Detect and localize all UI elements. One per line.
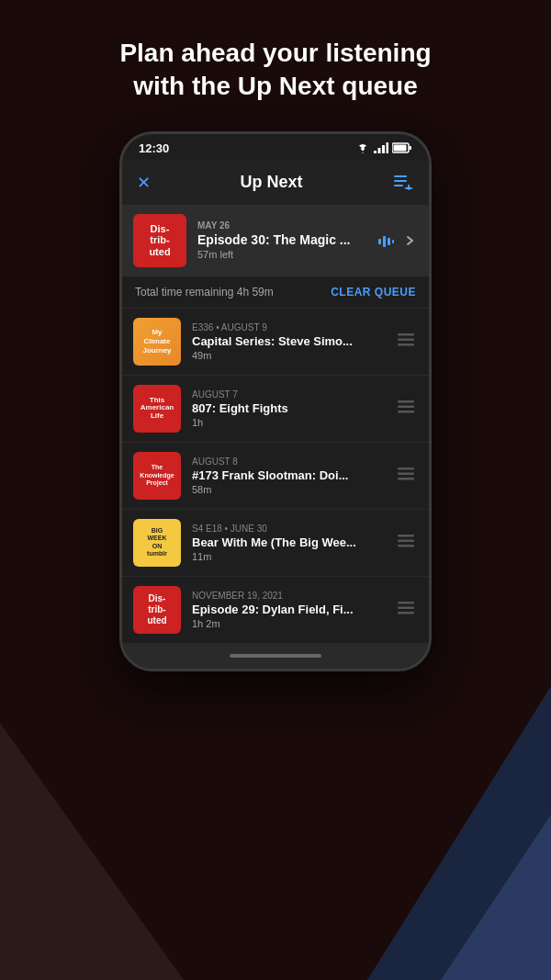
signal-icon <box>374 142 388 153</box>
now-playing-duration: 57m left <box>197 249 366 260</box>
now-playing-item[interactable]: Dis-trib-uted MAY 26 Episode 30: The Mag… <box>122 205 429 276</box>
svg-rect-29 <box>398 606 414 609</box>
episode-art-3: BIGWEEKONtumblr <box>133 519 181 567</box>
svg-rect-6 <box>410 146 412 150</box>
episode-info-1: AUGUST 7 807: Eight Fights 1h <box>192 389 383 428</box>
episode-title-4: Episode 29: Dylan Field, Fi... <box>192 603 383 616</box>
svg-rect-13 <box>383 236 386 247</box>
list-item[interactable]: ThisAmericanLife AUGUST 7 807: Eight Fig… <box>122 375 429 442</box>
now-playing-art: Dis-trib-uted <box>133 214 186 267</box>
list-item[interactable]: MyClimateJourney E336 • AUGUST 9 Capital… <box>122 308 429 375</box>
app-header: ✕ Up Next <box>122 161 429 205</box>
svg-rect-22 <box>398 467 414 470</box>
svg-rect-2 <box>382 145 385 153</box>
episode-title-1: 807: Eight Fights <box>192 401 383 415</box>
svg-rect-21 <box>398 411 414 413</box>
drag-handle-3[interactable] <box>394 531 418 555</box>
drag-handle-0[interactable] <box>394 330 418 354</box>
list-item[interactable]: TheKnowledgeProject AUGUST 8 #173 Frank … <box>122 442 429 509</box>
svg-rect-5 <box>394 145 407 152</box>
svg-rect-20 <box>398 405 414 408</box>
list-item[interactable]: BIGWEEKONtumblr S4 E18 • JUNE 30 Bear Wi… <box>122 509 429 576</box>
svg-rect-8 <box>394 180 407 182</box>
episode-duration-3: 11m <box>192 551 383 562</box>
episode-duration-0: 49m <box>192 350 383 361</box>
episode-duration-4: 1h 2m <box>192 618 383 629</box>
app-content: Dis-trib-uted MAY 26 Episode 30: The Mag… <box>122 205 429 643</box>
episode-art-2: TheKnowledgeProject <box>133 452 181 500</box>
episode-meta-1: AUGUST 7 <box>192 389 383 400</box>
waveform-icon <box>377 232 394 249</box>
queue-add-icon[interactable] <box>392 172 414 194</box>
wifi-icon <box>355 142 370 153</box>
svg-rect-3 <box>387 142 389 153</box>
episode-meta-0: E336 • AUGUST 9 <box>192 322 383 332</box>
phone-mockup: 12:30 ✕ Up Next <box>119 131 432 671</box>
episode-art-1: ThisAmericanLife <box>133 385 181 433</box>
episode-title-3: Bear With Me (The Big Wee... <box>192 535 383 549</box>
episode-title-2: #173 Frank Slootman: Doi... <box>192 468 383 482</box>
svg-rect-17 <box>398 338 414 341</box>
episode-info-2: AUGUST 8 #173 Frank Slootman: Doi... 58m <box>192 456 383 495</box>
close-button[interactable]: ✕ <box>137 173 151 193</box>
clear-queue-button[interactable]: CLEAR QUEUE <box>331 286 416 299</box>
episode-duration-2: 58m <box>192 484 383 495</box>
svg-rect-18 <box>398 344 414 346</box>
now-playing-actions <box>377 232 418 249</box>
svg-rect-19 <box>398 400 414 403</box>
svg-rect-9 <box>394 185 403 186</box>
episode-info-4: NOVEMBER 19, 2021 Episode 29: Dylan Fiel… <box>192 591 383 629</box>
svg-rect-28 <box>398 602 414 604</box>
status-icons <box>355 142 412 153</box>
episode-art-0: MyClimateJourney <box>133 318 181 366</box>
now-playing-title: Episode 30: The Magic ... <box>197 232 366 247</box>
episode-meta-3: S4 E18 • JUNE 30 <box>192 524 383 534</box>
battery-icon <box>392 142 412 153</box>
svg-rect-15 <box>392 240 394 243</box>
queue-time-remaining: Total time remaining 4h 59m <box>135 286 274 299</box>
svg-rect-25 <box>398 535 414 537</box>
header-title: Up Next <box>240 173 302 192</box>
svg-rect-12 <box>378 239 381 244</box>
svg-rect-1 <box>378 148 381 153</box>
status-time: 12:30 <box>139 141 169 155</box>
svg-rect-30 <box>398 612 414 614</box>
episode-meta-4: NOVEMBER 19, 2021 <box>192 591 383 601</box>
now-playing-date: MAY 26 <box>197 220 366 231</box>
chevron-right-icon[interactable] <box>401 232 418 249</box>
status-bar: 12:30 <box>122 134 429 161</box>
drag-handle-2[interactable] <box>394 464 418 488</box>
svg-rect-26 <box>398 539 414 542</box>
svg-rect-0 <box>374 151 377 153</box>
episode-meta-2: AUGUST 8 <box>192 456 383 467</box>
episode-info-0: E336 • AUGUST 9 Capital Series: Steve Si… <box>192 322 383 361</box>
hero-title: Plan ahead your listening with the Up Ne… <box>0 0 551 131</box>
episode-info-3: S4 E18 • JUNE 30 Bear With Me (The Big W… <box>192 524 383 562</box>
queue-info-bar: Total time remaining 4h 59m CLEAR QUEUE <box>122 276 429 308</box>
svg-rect-27 <box>398 545 414 547</box>
home-bar <box>230 654 321 658</box>
svg-rect-16 <box>398 333 414 336</box>
episode-title-0: Capital Series: Steve Simo... <box>192 334 383 348</box>
home-indicator <box>122 643 429 669</box>
episode-duration-1: 1h <box>192 417 383 428</box>
now-playing-info: MAY 26 Episode 30: The Magic ... 57m lef… <box>197 220 366 260</box>
drag-handle-1[interactable] <box>394 397 418 421</box>
svg-rect-14 <box>388 238 390 245</box>
svg-rect-23 <box>398 472 414 475</box>
svg-rect-11 <box>405 187 412 189</box>
svg-rect-24 <box>398 478 414 480</box>
episode-art-4: Dis-trib-uted <box>133 586 181 634</box>
list-item[interactable]: Dis-trib-uted NOVEMBER 19, 2021 Episode … <box>122 576 429 643</box>
episode-list: MyClimateJourney E336 • AUGUST 9 Capital… <box>122 308 429 643</box>
drag-handle-4[interactable] <box>394 598 418 622</box>
svg-rect-7 <box>394 175 407 177</box>
